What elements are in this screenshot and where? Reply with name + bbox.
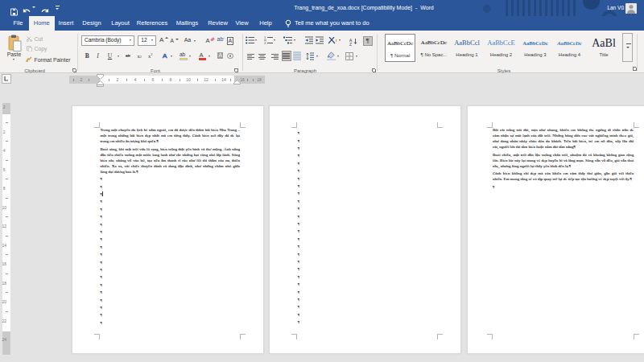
svg-text:2: 2	[264, 41, 266, 44]
svg-text:1: 1	[264, 36, 266, 39]
svg-text:Z: Z	[349, 42, 352, 46]
